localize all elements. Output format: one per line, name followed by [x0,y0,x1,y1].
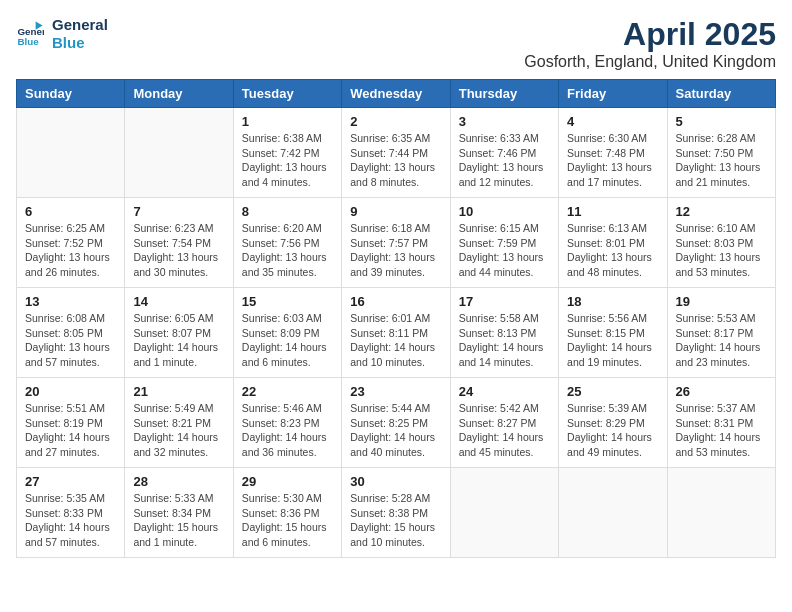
day-header-monday: Monday [125,80,233,108]
day-number: 21 [133,384,224,399]
empty-cell [125,108,233,198]
day-cell-16: 16Sunrise: 6:01 AM Sunset: 8:11 PM Dayli… [342,288,450,378]
day-number: 17 [459,294,550,309]
week-row-5: 27Sunrise: 5:35 AM Sunset: 8:33 PM Dayli… [17,468,776,558]
day-number: 5 [676,114,767,129]
day-cell-19: 19Sunrise: 5:53 AM Sunset: 8:17 PM Dayli… [667,288,775,378]
day-info: Sunrise: 6:23 AM Sunset: 7:54 PM Dayligh… [133,221,224,280]
day-cell-26: 26Sunrise: 5:37 AM Sunset: 8:31 PM Dayli… [667,378,775,468]
empty-cell [17,108,125,198]
day-header-friday: Friday [559,80,667,108]
day-info: Sunrise: 6:25 AM Sunset: 7:52 PM Dayligh… [25,221,116,280]
day-cell-12: 12Sunrise: 6:10 AM Sunset: 8:03 PM Dayli… [667,198,775,288]
day-cell-18: 18Sunrise: 5:56 AM Sunset: 8:15 PM Dayli… [559,288,667,378]
calendar-table: SundayMondayTuesdayWednesdayThursdayFrid… [16,79,776,558]
day-info: Sunrise: 5:44 AM Sunset: 8:25 PM Dayligh… [350,401,441,460]
day-info: Sunrise: 6:03 AM Sunset: 8:09 PM Dayligh… [242,311,333,370]
day-number: 24 [459,384,550,399]
empty-cell [450,468,558,558]
day-info: Sunrise: 5:49 AM Sunset: 8:21 PM Dayligh… [133,401,224,460]
day-cell-13: 13Sunrise: 6:08 AM Sunset: 8:05 PM Dayli… [17,288,125,378]
day-info: Sunrise: 6:15 AM Sunset: 7:59 PM Dayligh… [459,221,550,280]
day-number: 19 [676,294,767,309]
day-cell-20: 20Sunrise: 5:51 AM Sunset: 8:19 PM Dayli… [17,378,125,468]
day-cell-5: 5Sunrise: 6:28 AM Sunset: 7:50 PM Daylig… [667,108,775,198]
day-info: Sunrise: 5:39 AM Sunset: 8:29 PM Dayligh… [567,401,658,460]
logo-blue: Blue [52,34,108,52]
day-cell-6: 6Sunrise: 6:25 AM Sunset: 7:52 PM Daylig… [17,198,125,288]
day-cell-11: 11Sunrise: 6:13 AM Sunset: 8:01 PM Dayli… [559,198,667,288]
day-info: Sunrise: 6:08 AM Sunset: 8:05 PM Dayligh… [25,311,116,370]
day-cell-17: 17Sunrise: 5:58 AM Sunset: 8:13 PM Dayli… [450,288,558,378]
day-number: 14 [133,294,224,309]
day-number: 10 [459,204,550,219]
day-number: 29 [242,474,333,489]
logo-icon: General Blue [16,20,44,48]
day-cell-1: 1Sunrise: 6:38 AM Sunset: 7:42 PM Daylig… [233,108,341,198]
day-info: Sunrise: 5:51 AM Sunset: 8:19 PM Dayligh… [25,401,116,460]
day-number: 28 [133,474,224,489]
day-cell-22: 22Sunrise: 5:46 AM Sunset: 8:23 PM Dayli… [233,378,341,468]
day-header-sunday: Sunday [17,80,125,108]
day-number: 25 [567,384,658,399]
svg-text:Blue: Blue [17,36,39,47]
day-cell-25: 25Sunrise: 5:39 AM Sunset: 8:29 PM Dayli… [559,378,667,468]
day-info: Sunrise: 5:37 AM Sunset: 8:31 PM Dayligh… [676,401,767,460]
day-info: Sunrise: 6:30 AM Sunset: 7:48 PM Dayligh… [567,131,658,190]
day-number: 20 [25,384,116,399]
day-number: 3 [459,114,550,129]
day-cell-10: 10Sunrise: 6:15 AM Sunset: 7:59 PM Dayli… [450,198,558,288]
day-info: Sunrise: 6:35 AM Sunset: 7:44 PM Dayligh… [350,131,441,190]
day-info: Sunrise: 6:33 AM Sunset: 7:46 PM Dayligh… [459,131,550,190]
day-number: 8 [242,204,333,219]
day-header-saturday: Saturday [667,80,775,108]
day-info: Sunrise: 5:33 AM Sunset: 8:34 PM Dayligh… [133,491,224,550]
title-block: April 2025 Gosforth, England, United Kin… [524,16,776,71]
day-number: 4 [567,114,658,129]
day-cell-2: 2Sunrise: 6:35 AM Sunset: 7:44 PM Daylig… [342,108,450,198]
main-title: April 2025 [524,16,776,53]
day-info: Sunrise: 6:38 AM Sunset: 7:42 PM Dayligh… [242,131,333,190]
logo-general: General [52,16,108,34]
day-info: Sunrise: 6:10 AM Sunset: 8:03 PM Dayligh… [676,221,767,280]
day-info: Sunrise: 6:01 AM Sunset: 8:11 PM Dayligh… [350,311,441,370]
day-info: Sunrise: 5:42 AM Sunset: 8:27 PM Dayligh… [459,401,550,460]
page-header: General Blue General Blue April 2025 Gos… [16,16,776,71]
day-cell-30: 30Sunrise: 5:28 AM Sunset: 8:38 PM Dayli… [342,468,450,558]
day-cell-15: 15Sunrise: 6:03 AM Sunset: 8:09 PM Dayli… [233,288,341,378]
day-info: Sunrise: 5:35 AM Sunset: 8:33 PM Dayligh… [25,491,116,550]
day-number: 11 [567,204,658,219]
day-number: 23 [350,384,441,399]
day-cell-28: 28Sunrise: 5:33 AM Sunset: 8:34 PM Dayli… [125,468,233,558]
day-number: 9 [350,204,441,219]
day-number: 13 [25,294,116,309]
day-header-wednesday: Wednesday [342,80,450,108]
day-cell-14: 14Sunrise: 6:05 AM Sunset: 8:07 PM Dayli… [125,288,233,378]
day-number: 7 [133,204,224,219]
calendar-header-row: SundayMondayTuesdayWednesdayThursdayFrid… [17,80,776,108]
day-info: Sunrise: 5:53 AM Sunset: 8:17 PM Dayligh… [676,311,767,370]
day-info: Sunrise: 6:05 AM Sunset: 8:07 PM Dayligh… [133,311,224,370]
week-row-2: 6Sunrise: 6:25 AM Sunset: 7:52 PM Daylig… [17,198,776,288]
week-row-3: 13Sunrise: 6:08 AM Sunset: 8:05 PM Dayli… [17,288,776,378]
empty-cell [667,468,775,558]
day-number: 12 [676,204,767,219]
day-number: 16 [350,294,441,309]
day-info: Sunrise: 5:56 AM Sunset: 8:15 PM Dayligh… [567,311,658,370]
day-info: Sunrise: 6:20 AM Sunset: 7:56 PM Dayligh… [242,221,333,280]
day-number: 1 [242,114,333,129]
day-number: 22 [242,384,333,399]
day-cell-9: 9Sunrise: 6:18 AM Sunset: 7:57 PM Daylig… [342,198,450,288]
day-cell-29: 29Sunrise: 5:30 AM Sunset: 8:36 PM Dayli… [233,468,341,558]
week-row-4: 20Sunrise: 5:51 AM Sunset: 8:19 PM Dayli… [17,378,776,468]
day-number: 30 [350,474,441,489]
day-info: Sunrise: 5:30 AM Sunset: 8:36 PM Dayligh… [242,491,333,550]
day-cell-23: 23Sunrise: 5:44 AM Sunset: 8:25 PM Dayli… [342,378,450,468]
day-info: Sunrise: 6:28 AM Sunset: 7:50 PM Dayligh… [676,131,767,190]
week-row-1: 1Sunrise: 6:38 AM Sunset: 7:42 PM Daylig… [17,108,776,198]
logo: General Blue General Blue [16,16,108,52]
day-header-tuesday: Tuesday [233,80,341,108]
day-cell-7: 7Sunrise: 6:23 AM Sunset: 7:54 PM Daylig… [125,198,233,288]
day-number: 2 [350,114,441,129]
day-number: 27 [25,474,116,489]
